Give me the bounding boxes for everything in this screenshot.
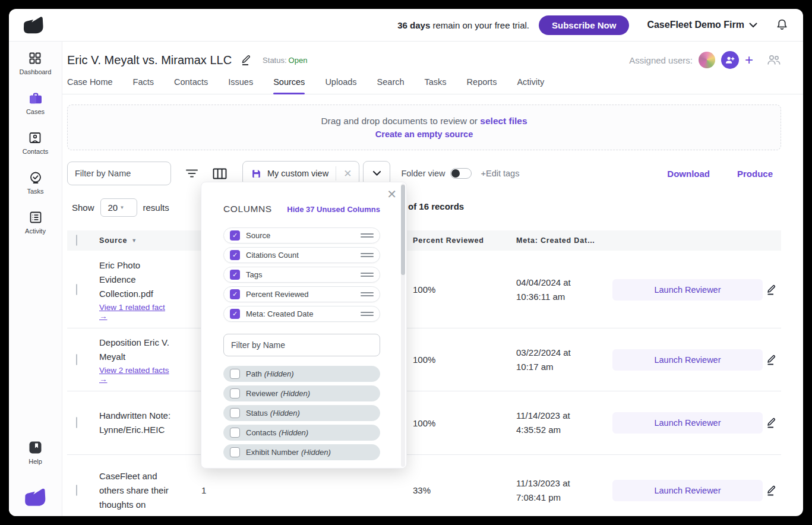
tab-sources[interactable]: Sources xyxy=(273,77,305,94)
tab-reports[interactable]: Reports xyxy=(467,77,497,94)
column-header-source[interactable]: Source▼ xyxy=(94,236,197,245)
notifications-bell-icon[interactable] xyxy=(775,18,789,32)
source-name[interactable]: Eric Photo Evidence Collection.pdf xyxy=(99,258,175,301)
select-files-link[interactable]: select files xyxy=(480,116,527,126)
sidebar-label: Tasks xyxy=(27,188,43,195)
column-pill-status[interactable]: Status(Hidden) xyxy=(223,405,380,421)
column-header-percent-reviewed[interactable]: Percent Reviewed xyxy=(408,236,511,245)
drag-handle-icon[interactable] xyxy=(361,271,374,279)
sidebar-item-help[interactable]: Help xyxy=(28,440,43,465)
source-name[interactable]: Handwritten Note: Lynne/Eric.HEIC xyxy=(99,409,175,437)
column-pill-exhibit-number[interactable]: Exhibit Number(Hidden) xyxy=(223,444,380,460)
hide-unused-columns-link[interactable]: Hide 37 Unused Columns xyxy=(287,205,380,214)
drag-handle-icon[interactable] xyxy=(361,290,374,298)
edit-source-icon[interactable] xyxy=(762,283,781,296)
tab-search[interactable]: Search xyxy=(377,77,405,94)
page-size-select[interactable]: 20▼ xyxy=(100,198,137,217)
citations-count: 1 xyxy=(197,485,274,495)
visible-columns-list: ✓ Source ✓ Citations Count ✓ xyxy=(223,227,380,322)
launch-reviewer-button[interactable]: Launch Reviewer xyxy=(612,279,763,301)
sort-arrow-icon: ▼ xyxy=(131,238,137,243)
drag-handle-icon[interactable] xyxy=(361,232,374,239)
launch-reviewer-button[interactable]: Launch Reviewer xyxy=(612,412,763,434)
checked-checkbox[interactable]: ✓ xyxy=(230,309,240,319)
percent-reviewed: 100% xyxy=(408,355,511,365)
add-user-avatar-button[interactable] xyxy=(721,51,739,69)
popup-scrollbar[interactable] xyxy=(401,184,405,467)
unchecked-checkbox[interactable] xyxy=(230,428,240,438)
row-checkbox[interactable] xyxy=(76,417,77,428)
edit-source-icon[interactable] xyxy=(762,353,781,366)
row-checkbox[interactable] xyxy=(76,485,77,496)
unchecked-checkbox[interactable] xyxy=(230,369,240,379)
column-pill-source[interactable]: ✓ Source xyxy=(223,227,380,243)
launch-reviewer-button[interactable]: Launch Reviewer xyxy=(612,349,763,371)
source-name[interactable]: CaseFleet and others share their thought… xyxy=(99,469,175,512)
sidebar-label: Activity xyxy=(25,227,46,235)
drag-handle-icon[interactable] xyxy=(361,310,374,318)
upload-dropzone[interactable]: Drag and drop documents to review or sel… xyxy=(67,105,781,150)
tab-case-home[interactable]: Case Home xyxy=(67,77,113,94)
edit-case-title-icon[interactable] xyxy=(240,53,253,67)
scrollbar-thumb[interactable] xyxy=(401,185,405,275)
unchecked-checkbox[interactable] xyxy=(230,447,240,457)
team-icon[interactable] xyxy=(766,54,782,66)
tab-uploads[interactable]: Uploads xyxy=(325,77,356,94)
columns-icon[interactable] xyxy=(213,168,227,179)
row-checkbox[interactable] xyxy=(76,354,77,365)
tab-activity[interactable]: Activity xyxy=(517,77,544,94)
row-checkbox[interactable] xyxy=(76,284,77,295)
unchecked-checkbox[interactable] xyxy=(230,388,240,399)
user-avatar[interactable] xyxy=(699,52,715,68)
popup-filter-input[interactable] xyxy=(223,334,380,356)
filter-by-name-input[interactable] xyxy=(67,162,171,185)
created-date: 03/22/2024 at10:17 am xyxy=(511,346,612,374)
firm-menu[interactable]: CaseFleet Demo Firm xyxy=(647,20,757,30)
folder-view-toggle[interactable] xyxy=(450,168,472,179)
folder-view-control: Folder view xyxy=(401,168,471,179)
checked-checkbox[interactable]: ✓ xyxy=(230,289,240,299)
checked-checkbox[interactable]: ✓ xyxy=(230,230,240,241)
tab-contacts[interactable]: Contacts xyxy=(174,77,208,94)
column-pill-meta-created-date[interactable]: ✓ Meta: Created Date xyxy=(223,306,380,322)
produce-link[interactable]: Produce xyxy=(737,169,773,179)
column-pill-tags[interactable]: ✓ Tags xyxy=(223,267,380,283)
select-all-checkbox[interactable] xyxy=(76,235,77,246)
source-name[interactable]: Deposition Eric V. Meyalt xyxy=(99,336,175,364)
sidebar-item-activity[interactable]: Activity xyxy=(25,210,46,235)
show-label: Show xyxy=(72,203,94,213)
edit-source-icon[interactable] xyxy=(762,484,781,497)
column-pill-reviewer[interactable]: Reviewer(Hidden) xyxy=(223,385,380,401)
drag-handle-icon[interactable] xyxy=(361,251,374,259)
casefleet-logo-bottom-icon[interactable] xyxy=(23,486,49,508)
tab-facts[interactable]: Facts xyxy=(133,77,154,94)
column-pill-contacts[interactable]: Contacts(Hidden) xyxy=(223,425,380,441)
clear-view-icon[interactable]: ✕ xyxy=(343,167,352,180)
checked-checkbox[interactable]: ✓ xyxy=(230,270,240,280)
edit-tags-link[interactable]: +Edit tags xyxy=(481,169,520,178)
column-header-meta-created[interactable]: Meta: Created Dat… xyxy=(511,236,612,245)
case-status: Status:Open xyxy=(263,56,307,65)
create-empty-source-link[interactable]: Create an empty source xyxy=(375,129,473,139)
sidebar-item-tasks[interactable]: Tasks xyxy=(27,170,43,195)
checked-checkbox[interactable]: ✓ xyxy=(230,250,240,260)
sidebar-item-cases[interactable]: Cases xyxy=(26,91,45,115)
related-facts-link[interactable]: View 2 related facts → xyxy=(99,366,175,384)
plus-icon[interactable]: + xyxy=(745,54,753,66)
close-icon[interactable]: ✕ xyxy=(387,187,397,201)
sidebar-item-dashboard[interactable]: Dashboard xyxy=(20,51,52,75)
tab-issues[interactable]: Issues xyxy=(228,77,253,94)
subscribe-now-button[interactable]: Subscribe Now xyxy=(539,15,629,35)
column-pill-citations-count[interactable]: ✓ Citations Count xyxy=(223,247,380,263)
edit-source-icon[interactable] xyxy=(762,416,781,429)
column-pill-percent-reviewed[interactable]: ✓ Percent Reviewed xyxy=(223,286,380,302)
tab-tasks[interactable]: Tasks xyxy=(425,77,447,94)
download-link[interactable]: Download xyxy=(667,169,710,179)
column-pill-path[interactable]: Path(Hidden) xyxy=(223,366,380,382)
launch-reviewer-button[interactable]: Launch Reviewer xyxy=(612,480,763,501)
casefleet-logo-icon[interactable] xyxy=(21,15,46,35)
related-facts-link[interactable]: View 1 related fact → xyxy=(99,303,175,321)
sidebar-item-contacts[interactable]: Contacts xyxy=(23,131,48,155)
unchecked-checkbox[interactable] xyxy=(230,408,240,418)
filter-icon[interactable] xyxy=(185,169,198,178)
